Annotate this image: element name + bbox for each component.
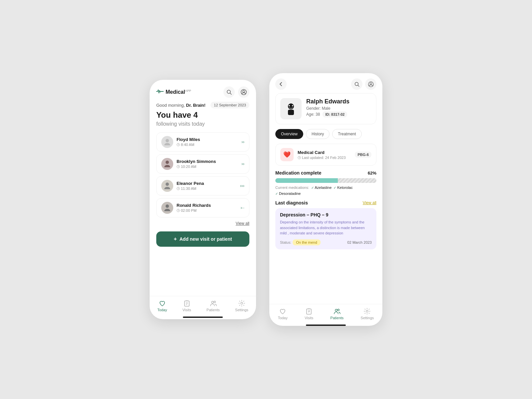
right-search-button[interactable] <box>351 78 362 90</box>
logo-waveform-icon <box>156 89 164 95</box>
visit-time-3: 11:30 AM <box>177 187 204 191</box>
check-icon-2: ✓ <box>333 186 336 190</box>
avatar-ronald <box>161 202 173 214</box>
home-indicator <box>183 317 223 318</box>
date-badge: 12 September 2023 <box>210 102 249 108</box>
search-icon <box>226 89 232 95</box>
patient-gender: Gender: Male <box>306 106 371 111</box>
visit-details-2: Brooklyn Simmons 10:20 AM <box>177 159 216 169</box>
right-nav-today[interactable]: Today <box>278 308 288 320</box>
svg-point-4 <box>166 139 169 142</box>
clock-icon-3 <box>177 187 180 190</box>
svg-point-25 <box>214 301 215 303</box>
right-nav-settings[interactable]: Settings <box>361 308 374 320</box>
profile-icon <box>241 89 247 95</box>
medication-title: Medication complete <box>275 170 321 176</box>
svg-line-1 <box>230 93 231 94</box>
right-profile-icon <box>368 81 374 87</box>
svg-point-3 <box>243 90 245 92</box>
visit-name-2: Brooklyn Simmons <box>177 159 216 164</box>
avatar-brooklyn <box>161 158 173 170</box>
bottom-nav: Today Visits Patients <box>150 296 256 317</box>
heart-icon <box>159 300 166 307</box>
patient-age: Age: 38 <box>306 112 320 117</box>
header-icons <box>223 86 249 98</box>
visit-card-2[interactable]: Brooklyn Simmons 10:20 AM ›› <box>156 154 249 174</box>
medical-card-info: Medical Card Last updated: 24 Feb 2023 <box>298 150 351 160</box>
avatar-floyd <box>161 136 173 148</box>
nav-settings[interactable]: Settings <box>235 300 248 312</box>
right-settings-icon <box>363 308 371 315</box>
patient-age-row: Age: 38 ID: 8317-02 <box>306 111 371 117</box>
svg-point-41 <box>335 309 337 311</box>
visit-info-3: Eleanor Pena 11:30 AM <box>161 180 204 192</box>
tab-history[interactable]: History <box>306 129 330 139</box>
svg-rect-33 <box>288 110 294 115</box>
medical-card-icon: ❤️ <box>280 148 294 161</box>
logo-text: MedicalAPP <box>166 89 191 95</box>
visits-subtitle: following visits today <box>156 121 249 127</box>
svg-point-34 <box>289 105 290 106</box>
visit-time-4: 02:00 PM <box>177 208 211 212</box>
diagnosis-section-title: Last diagnosis <box>275 200 308 205</box>
visit-card-3[interactable]: Eleanor Pena 11:30 AM ››› <box>156 176 249 196</box>
medication-header: Medication complete 62% <box>275 170 376 176</box>
settings-icon <box>238 300 245 307</box>
svg-point-43 <box>366 310 368 312</box>
svg-point-16 <box>166 204 169 208</box>
visit-info-1: Floyd Miles 8:40 AM <box>161 136 200 148</box>
diagnosis-status-row: Status: On the mend <box>280 239 321 245</box>
nav-today[interactable]: Today <box>157 300 167 312</box>
diagnosis-card[interactable]: Depression – PHQ – 9 Depending on the in… <box>275 208 376 249</box>
left-header: MedicalAPP <box>150 80 256 102</box>
patients-icon <box>209 300 217 307</box>
nav-patients[interactable]: Patients <box>206 300 220 312</box>
nav-visits[interactable]: Visits <box>183 300 191 312</box>
chevron-right-icon-3: ››› <box>240 183 244 188</box>
right-profile-button[interactable] <box>365 78 376 90</box>
view-all-link[interactable]: View all <box>236 221 249 226</box>
visit-details-1: Floyd Miles 8:40 AM <box>177 137 200 147</box>
visit-list: Floyd Miles 8:40 AM ›› <box>156 132 249 217</box>
visit-card-4[interactable]: Ronald Richards 02:00 PM ›·· <box>156 198 249 217</box>
patient-card: Ralph Edwards Gender: Male Age: 38 ID: 8… <box>275 93 376 124</box>
svg-point-12 <box>166 183 169 186</box>
svg-point-26 <box>241 302 243 304</box>
view-all-row: View all <box>156 220 249 226</box>
diagnosis-footer: Status: On the mend 02 March 2023 <box>280 239 372 245</box>
right-search-icon <box>354 82 359 87</box>
clock-icon-2 <box>177 165 180 168</box>
left-phone: MedicalAPP <box>150 80 256 319</box>
profile-button[interactable] <box>238 86 249 98</box>
search-button[interactable] <box>223 86 235 98</box>
med-desoratadine: ✓ Desoratadine <box>275 192 301 196</box>
right-clipboard-icon <box>305 308 313 315</box>
right-home-indicator <box>306 325 346 326</box>
svg-point-30 <box>370 82 372 84</box>
medical-card-date: Last updated: 24 Feb 2023 <box>298 156 351 160</box>
back-icon <box>279 82 283 86</box>
visit-details-3: Eleanor Pena 11:30 AM <box>177 181 204 191</box>
visit-name-4: Ronald Richards <box>177 203 211 208</box>
svg-line-7 <box>178 145 179 145</box>
doctor-name: Dr. Brain! <box>186 103 206 108</box>
clipboard-icon <box>183 300 191 307</box>
svg-point-27 <box>355 82 358 85</box>
right-nav-patients[interactable]: Patients <box>331 308 344 320</box>
right-nav-visits[interactable]: Visits <box>305 308 313 320</box>
visit-card-1[interactable]: Floyd Miles 8:40 AM ›› <box>156 132 249 152</box>
medical-card-row[interactable]: ❤️ Medical Card Last updated: 24 Feb 202… <box>275 144 376 166</box>
tab-overview[interactable]: Overview <box>275 129 303 139</box>
logo-area: MedicalAPP <box>156 89 191 95</box>
chevron-right-icon-1: ›› <box>241 139 244 144</box>
tab-treatment[interactable]: Treatment <box>332 129 361 139</box>
medication-percent: 62% <box>368 171 376 176</box>
back-button[interactable] <box>275 78 287 90</box>
visit-time-1: 8:40 AM <box>177 143 200 147</box>
check-icon-3: ✓ <box>275 192 278 196</box>
diagnosis-view-all[interactable]: View all <box>363 200 376 205</box>
medical-card-title: Medical Card <box>298 150 351 155</box>
add-visit-button[interactable]: + Add new visit or patient <box>156 231 249 247</box>
medications-label: Current medications: <box>275 186 309 190</box>
visit-info-4: Ronald Richards 02:00 PM <box>161 202 211 214</box>
